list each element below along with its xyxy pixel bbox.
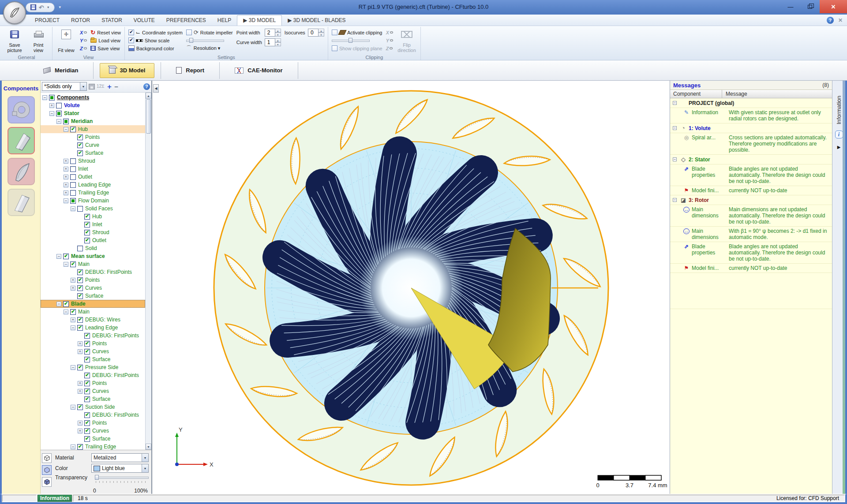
tree-item[interactable]: Main <box>41 260 145 268</box>
point-width-spinner[interactable]: 2 ▲▼ <box>265 29 281 37</box>
tree-item[interactable]: DEBUG: FirstPoints <box>41 332 145 340</box>
scrollbar-thumb[interactable] <box>146 99 151 134</box>
background-color-button[interactable]: Background color <box>128 45 183 52</box>
tree-item[interactable]: Leading Edge <box>41 324 145 332</box>
tree-item[interactable]: Surface <box>41 355 145 363</box>
ribbon-tab[interactable]: VOLUTE <box>128 15 161 26</box>
visibility-checkbox[interactable] <box>84 222 90 228</box>
information-icon[interactable]: i <box>835 131 843 138</box>
visibility-checkbox[interactable] <box>84 230 90 235</box>
tree-item[interactable]: Shroud <box>41 228 145 236</box>
save-icon[interactable] <box>30 4 36 10</box>
isocurves-value[interactable]: 0 <box>308 29 319 37</box>
expand-toggle-icon[interactable] <box>71 365 75 370</box>
visibility-checkbox[interactable] <box>77 365 83 370</box>
visibility-checkbox[interactable] <box>84 349 90 355</box>
message-row[interactable]: 1: Volute <box>670 123 832 133</box>
expand-toggle-icon[interactable] <box>49 111 54 116</box>
scroll-down-icon[interactable]: ▼ <box>146 444 151 450</box>
help-icon[interactable]: ? <box>827 17 834 24</box>
tree-item[interactable]: Trailing Edge <box>41 443 145 450</box>
tree-item[interactable]: Hub <box>41 213 145 220</box>
tree-item[interactable]: Volute <box>41 101 145 109</box>
clipping-position-slider[interactable] <box>332 37 370 43</box>
tree-item[interactable]: Curves <box>41 347 145 355</box>
tree-scrollbar[interactable]: ▲ ▼ <box>145 93 151 450</box>
visibility-checkbox[interactable] <box>84 357 90 362</box>
wireframe-mode-button[interactable] <box>42 453 52 463</box>
visibility-checkbox[interactable] <box>84 396 90 402</box>
message-row[interactable]: Blade properties Blade angles are not up… <box>670 242 832 264</box>
message-row[interactable]: Main dimensions With β1 = 90° ψ becomes … <box>670 227 832 242</box>
dropdown-arrow-icon[interactable]: ▼ <box>142 464 148 472</box>
restore-button[interactable] <box>800 0 820 13</box>
expand-toggle-icon[interactable] <box>64 183 68 187</box>
visibility-checkbox[interactable] <box>77 404 83 410</box>
component-tile-volute[interactable] <box>7 96 35 123</box>
visibility-checkbox[interactable] <box>63 301 69 307</box>
spin-up-icon[interactable]: ▲ <box>275 29 281 33</box>
expand-toggle-icon[interactable] <box>78 429 82 433</box>
component-tile-blade[interactable] <box>7 189 35 216</box>
tree-item[interactable]: Outlet <box>41 173 145 181</box>
expand-toggle-icon[interactable] <box>673 157 677 161</box>
shaded-mode-button[interactable] <box>42 465 52 475</box>
dropdown-arrow-icon[interactable]: ▼ <box>80 82 86 90</box>
status-mode-badge[interactable]: Information <box>37 495 72 502</box>
expand-toggle-icon[interactable] <box>673 101 677 105</box>
tree-item[interactable]: Flow Domain <box>41 197 145 205</box>
tree-item[interactable]: DEBUG: Wires <box>41 316 145 324</box>
tree-help-icon[interactable]: ? <box>143 83 150 90</box>
close-document-icon[interactable]: ✕ <box>838 17 843 23</box>
tree-item[interactable]: Points <box>41 340 145 347</box>
tree-item[interactable]: Curves <box>41 284 145 292</box>
ribbon-tab[interactable]: ROTOR <box>65 15 96 26</box>
message-row[interactable]: Information With given static pressure a… <box>670 108 832 123</box>
expand-toggle-icon[interactable] <box>49 103 54 108</box>
tree-item[interactable]: Curves <box>41 427 145 435</box>
coordinate-system-checkbox[interactable]: ⌙ Coordinate system <box>128 29 183 36</box>
tree-item[interactable]: Solid <box>41 244 145 252</box>
spin-up-icon[interactable]: ▲ <box>275 38 281 42</box>
color-dropdown[interactable]: Light blue ▼ <box>91 464 149 473</box>
expand-toggle-icon[interactable] <box>71 405 75 410</box>
tree-item[interactable]: Hub <box>41 125 145 133</box>
tree-filter-combo[interactable]: *Solids only ▼ <box>42 82 87 91</box>
tree-item[interactable]: Curves <box>41 387 145 395</box>
expand-toggle-icon[interactable] <box>56 302 61 306</box>
expand-panel-icon[interactable]: ▶ <box>837 145 841 149</box>
visibility-checkbox[interactable] <box>77 444 83 450</box>
message-row[interactable]: 2: Stator <box>670 155 832 164</box>
message-column-header[interactable]: Message <box>722 90 832 98</box>
clip-y-button[interactable]: Y <box>386 37 393 44</box>
tree-item[interactable]: Points <box>41 379 145 387</box>
expand-toggle-icon[interactable] <box>71 317 75 322</box>
message-row[interactable]: Model fini... currently NOT up-to-date <box>670 186 832 195</box>
tree-item[interactable]: Inlet <box>41 220 145 228</box>
expand-toggle-icon[interactable] <box>64 167 68 172</box>
visibility-checkbox[interactable] <box>70 158 76 164</box>
resolution-dropdown[interactable]: ⌒ Resolution ▾ <box>186 45 233 52</box>
visibility-checkbox[interactable] <box>84 341 90 347</box>
ribbon-tab[interactable]: ▶ 3D MODEL - BLADES <box>282 15 351 26</box>
tree-item[interactable]: Trailing Edge <box>41 189 145 197</box>
close-button[interactable]: ✕ <box>820 0 847 13</box>
show-clipping-plane-checkbox[interactable]: Show clipping plane <box>332 45 382 52</box>
tree-item[interactable]: Points <box>41 419 145 427</box>
undo-dropdown-icon[interactable]: ▼ <box>47 6 50 9</box>
component-tile-stator[interactable] <box>7 127 35 154</box>
message-row[interactable]: Model fini... currently NOT up-to-date <box>670 264 832 273</box>
visibility-checkbox[interactable] <box>70 174 76 180</box>
tree-item[interactable]: Surface <box>41 149 145 157</box>
message-row[interactable]: 3: Rotor <box>670 195 832 205</box>
expand-toggle-icon[interactable] <box>64 159 68 164</box>
collapse-all-button[interactable]: − <box>114 83 118 90</box>
visibility-checkbox[interactable] <box>56 111 62 116</box>
tree-item[interactable]: Points <box>41 133 145 141</box>
expand-toggle-icon[interactable] <box>673 198 677 202</box>
view-tab[interactable]: Meridian <box>34 63 87 78</box>
visibility-checkbox[interactable] <box>63 119 69 124</box>
expand-toggle-icon[interactable] <box>71 286 75 291</box>
spin-up-icon[interactable]: ▲ <box>319 29 324 33</box>
message-row[interactable]: Main dimensions Main dimensions are not … <box>670 205 832 227</box>
